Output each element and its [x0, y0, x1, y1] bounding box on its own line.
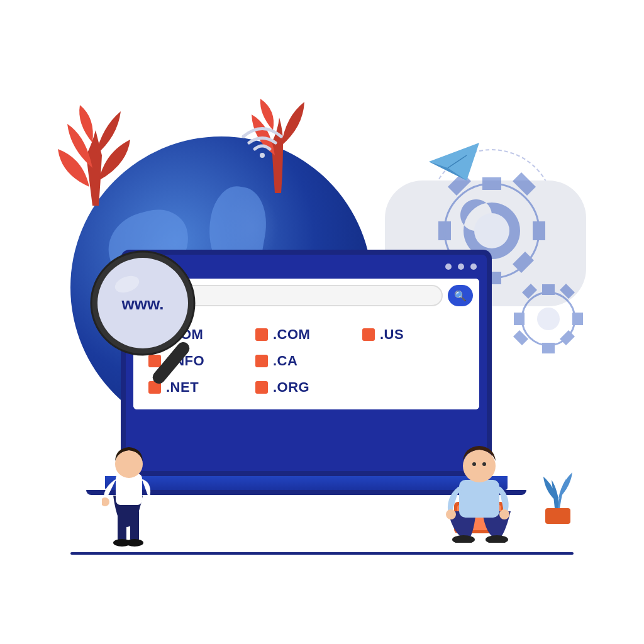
svg-point-30: [482, 462, 486, 466]
svg-point-27: [499, 509, 509, 519]
svg-point-20: [102, 497, 109, 506]
domain-square-3: [362, 328, 375, 341]
browser-dot-3: [470, 264, 477, 270]
domain-item-org: [360, 348, 467, 374]
magnifier-illustration: www.: [89, 250, 215, 391]
svg-point-23: [452, 535, 475, 543]
person-left-illustration: [102, 439, 158, 555]
svg-point-29: [472, 462, 476, 466]
domain-item-com2: .COM: [253, 321, 360, 348]
plant-small-right-decoration: [536, 467, 580, 526]
svg-marker-5: [429, 143, 479, 180]
plant-left-decoration: [58, 105, 133, 208]
browser-dot-2: [458, 264, 464, 270]
search-button[interactable]: 🔍: [448, 285, 473, 306]
domain-item-ca: .CA: [253, 348, 360, 374]
main-scene: www. 🔍 .COM .CO: [39, 55, 605, 589]
svg-point-19: [115, 450, 143, 478]
svg-point-24: [486, 535, 508, 543]
search-icon: 🔍: [454, 290, 467, 302]
domain-square-5: [255, 355, 268, 367]
paper-plane-icon: [429, 143, 479, 183]
svg-point-3: [537, 308, 560, 330]
svg-rect-25: [459, 480, 499, 518]
domain-square-7: [255, 381, 268, 394]
browser-dot-1: [445, 264, 452, 270]
domain-label-com2: .COM: [273, 326, 310, 343]
domain-item-us: .US: [360, 321, 467, 348]
gear-small-icon: [511, 281, 586, 359]
person-right-illustration: [441, 442, 517, 545]
domain-label-ca: .CA: [273, 353, 297, 369]
svg-rect-8: [545, 508, 570, 524]
svg-point-1: [474, 213, 509, 248]
svg-point-26: [446, 509, 456, 519]
domain-square-2: [255, 328, 268, 341]
wifi-icon: [240, 124, 284, 161]
domain-item-org2: .ORG: [253, 374, 360, 401]
domain-label-org: .ORG: [273, 379, 309, 396]
svg-rect-18: [116, 474, 142, 505]
svg-point-4: [260, 153, 265, 158]
svg-text:www.: www.: [121, 294, 164, 313]
svg-point-28: [463, 450, 496, 482]
svg-point-17: [126, 539, 143, 547]
domain-label-us: .US: [380, 326, 404, 343]
